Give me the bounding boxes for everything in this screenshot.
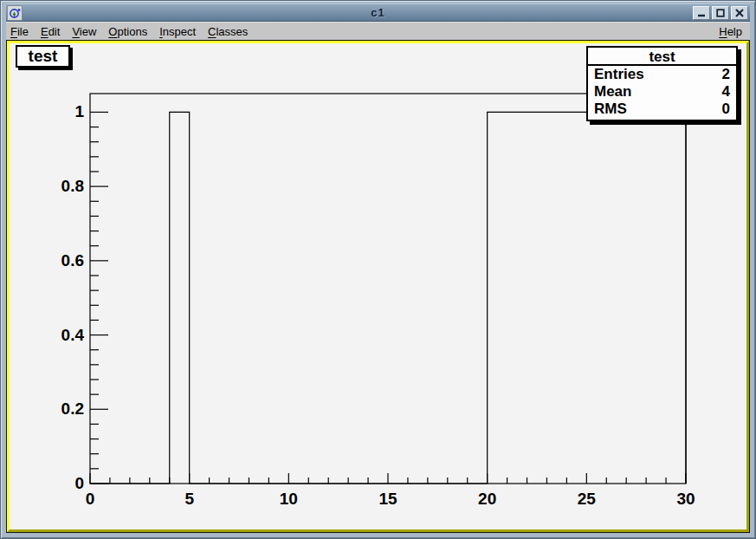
histogram-title-pave[interactable]: test bbox=[16, 45, 70, 68]
menu-help[interactable]: Help bbox=[719, 25, 742, 38]
stats-row-entries: Entries 2 bbox=[588, 66, 736, 83]
y-tick-label: 0.2 bbox=[61, 399, 84, 418]
x-tick-label: 25 bbox=[578, 490, 597, 508]
histogram-outline bbox=[90, 112, 686, 484]
menu-view[interactable]: View bbox=[72, 25, 96, 38]
canvas-border: 05101520253000.20.40.60.81 test test Ent… bbox=[6, 40, 750, 533]
x-tick-label: 0 bbox=[86, 490, 95, 508]
x-tick-label: 20 bbox=[478, 490, 496, 508]
stats-title: test bbox=[588, 48, 736, 66]
y-tick-label: 0.6 bbox=[61, 251, 84, 270]
window-title: c1 bbox=[6, 6, 750, 19]
root-canvas[interactable]: 05101520253000.20.40.60.81 test test Ent… bbox=[7, 41, 749, 532]
minimize-button[interactable] bbox=[693, 6, 710, 20]
menu-inspect[interactable]: Inspect bbox=[159, 25, 196, 38]
menu-bar: File Edit View Options Inspect Classes H… bbox=[6, 22, 750, 40]
menu-edit[interactable]: Edit bbox=[41, 25, 60, 38]
plot-frame bbox=[90, 94, 686, 484]
stats-box[interactable]: test Entries 2 Mean 4 RMS 0 bbox=[586, 46, 738, 121]
x-tick-label: 5 bbox=[184, 490, 194, 508]
stats-value: 2 bbox=[722, 66, 730, 83]
minimize-icon bbox=[697, 9, 706, 17]
x-tick-label: 15 bbox=[378, 490, 397, 508]
stats-row-mean: Mean 4 bbox=[588, 83, 736, 101]
x-tick-label: 10 bbox=[280, 490, 298, 508]
histogram-title-text: test bbox=[29, 47, 58, 66]
y-tick-label: 0 bbox=[74, 474, 84, 492]
maximize-button[interactable] bbox=[712, 6, 729, 20]
root-canvas-window: c1 File Edit View Options bbox=[0, 0, 756, 539]
stats-label: Mean bbox=[594, 83, 631, 101]
x-tick-label: 30 bbox=[676, 490, 695, 508]
window-controls bbox=[693, 6, 748, 20]
y-tick-label: 1 bbox=[74, 102, 84, 120]
title-bar[interactable]: c1 bbox=[6, 3, 750, 22]
stats-label: RMS bbox=[594, 101, 627, 118]
stats-value: 4 bbox=[722, 83, 730, 101]
close-button[interactable] bbox=[731, 6, 748, 20]
menu-options[interactable]: Options bbox=[108, 25, 147, 38]
menu-classes[interactable]: Classes bbox=[208, 25, 248, 38]
y-tick-label: 0.8 bbox=[61, 177, 84, 195]
stats-row-rms: RMS 0 bbox=[588, 101, 736, 118]
stats-label: Entries bbox=[594, 66, 644, 83]
y-tick-label: 0.4 bbox=[61, 326, 85, 344]
maximize-icon bbox=[716, 9, 725, 17]
close-icon bbox=[735, 9, 744, 17]
stats-value: 0 bbox=[722, 101, 730, 118]
menu-file[interactable]: File bbox=[10, 25, 29, 38]
